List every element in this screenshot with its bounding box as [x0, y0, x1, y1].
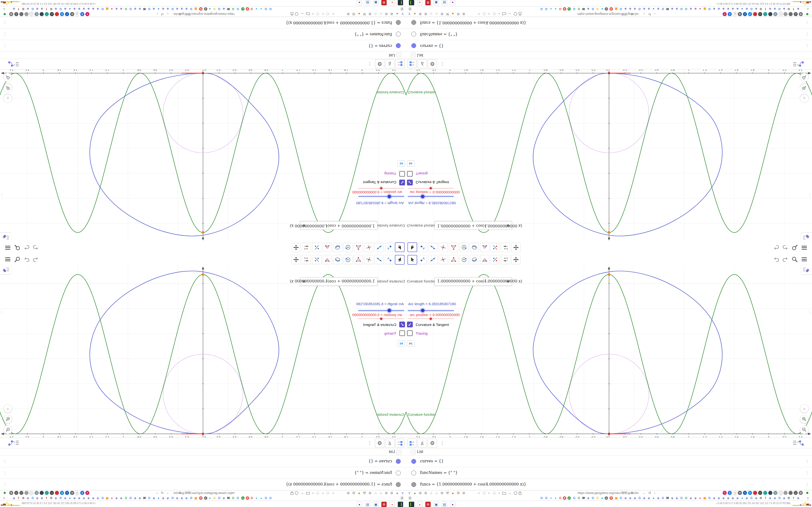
red-ext[interactable] [55, 491, 59, 495]
tab-favicon[interactable]: ● [110, 7, 114, 11]
tab-favicon[interactable]: ◈ [735, 7, 740, 11]
tab-favicon[interactable]: ▦ [105, 496, 109, 500]
tool-conic-button[interactable] [470, 255, 479, 264]
settings-button[interactable]: ⚙ [428, 439, 437, 448]
graphics-view[interactable]: -2.4-2.2-2-1.8-1.6-1.4-1.2-1-0.8-0.6-0.4… [0, 69, 406, 242]
tab-favicon[interactable]: G [217, 496, 221, 500]
tab-favicon[interactable]: ◈ [63, 496, 67, 500]
tab-favicon[interactable]: G [576, 7, 581, 11]
row-menu-icon[interactable]: ⋮ [805, 44, 809, 48]
lock-icon[interactable] [291, 12, 293, 16]
tab-favicon[interactable]: i [204, 7, 207, 11]
tab-favicon[interactable]: f [763, 7, 767, 11]
sync-ext[interactable]: ↻ [60, 12, 64, 16]
tab-favicon[interactable]: ● [698, 496, 702, 500]
tab-favicon[interactable]: ◈ [152, 7, 156, 11]
tab-favicon[interactable]: G [268, 7, 272, 11]
gear-ext[interactable]: ⚙ [738, 12, 742, 16]
slider-handle[interactable] [388, 309, 391, 312]
shield-icon[interactable] [514, 491, 517, 495]
tab-favicon[interactable]: f [791, 7, 796, 11]
arc-length-slider[interactable] [358, 309, 404, 312]
tab-favicon[interactable]: G [749, 7, 754, 11]
tab-favicon[interactable]: W [581, 496, 586, 500]
tab-favicon[interactable]: ◈ [180, 7, 184, 11]
tab-favicon[interactable]: G [212, 496, 216, 500]
wrench-icon[interactable]: ⚒ [445, 12, 450, 16]
visibility-marble[interactable] [396, 482, 401, 487]
tab-favicon[interactable]: f [45, 7, 49, 11]
tab-favicon[interactable]: ● [740, 7, 744, 11]
permission-dot-icon[interactable] [498, 492, 500, 494]
tab-favicon[interactable]: ● [259, 496, 263, 500]
row-menu-icon[interactable]: ⋮ [805, 32, 809, 37]
tab-favicon[interactable]: ◈ [623, 7, 627, 11]
row-menu-icon[interactable]: ⋮ [3, 459, 7, 463]
tab-favicon[interactable]: ◈ [133, 496, 137, 500]
tool-polygon-button[interactable] [354, 243, 363, 252]
redo-button[interactable] [782, 244, 789, 251]
gray-ext[interactable] [783, 12, 788, 16]
dark-ext[interactable] [768, 12, 772, 16]
curvature-checkbox[interactable]: ✓ [407, 322, 413, 327]
slider-handle[interactable] [430, 318, 432, 320]
tab-favicon[interactable]: ◈ [633, 496, 637, 500]
tab-favicon[interactable]: ◈ [782, 496, 786, 500]
list-group-header[interactable]: − List [0, 51, 406, 59]
star-icon[interactable]: ☆ [172, 12, 175, 16]
globe-icon[interactable]: ⊕ [384, 12, 389, 16]
monitor-app[interactable]: ▣ [373, 502, 378, 507]
tab-favicon[interactable]: ⚙ [21, 7, 26, 11]
tab-favicon[interactable]: G [58, 7, 63, 11]
tab-favicon[interactable]: G [268, 496, 272, 500]
permission-dot-icon[interactable] [493, 492, 496, 495]
undo-button[interactable] [33, 256, 39, 263]
folder-icon[interactable] [306, 12, 310, 16]
settings-button[interactable]: ⚙ [375, 439, 384, 448]
gear-app[interactable]: ⚙ [382, 0, 387, 5]
trash-ext[interactable]: ▭ [50, 491, 54, 495]
forward-icon[interactable]: → [166, 12, 170, 16]
red-ext[interactable] [55, 12, 59, 16]
algebra-panel-toggle[interactable] [6, 60, 20, 68]
panel-handle-icon[interactable]: ⋮ [0, 310, 4, 314]
permission-dot-icon[interactable] [478, 13, 480, 15]
tab-favicon[interactable]: ◈ [730, 7, 735, 11]
curvature-checkbox[interactable]: ✓ [407, 180, 413, 185]
tool-point-button[interactable]: A [418, 255, 427, 264]
visibility-marble[interactable] [411, 482, 416, 487]
tool-angle-button[interactable]: α [480, 255, 489, 264]
tab-favicon[interactable]: ● [208, 7, 212, 11]
olive-disc-icon[interactable]: ● [395, 12, 400, 16]
tab-favicon[interactable]: ◈ [656, 7, 660, 11]
zoom-level-badge[interactable]: 81% [184, 12, 191, 16]
tab-favicon[interactable]: ◈ [77, 7, 82, 11]
tool-move-button[interactable] [395, 255, 405, 265]
algebra-row-funcs[interactable]: funcs = {1.000000000000 + cos(4.00000000… [406, 478, 812, 490]
tab-favicon[interactable]: ◈ [26, 7, 30, 11]
tab-favicon[interactable]: ◈ [96, 7, 100, 11]
star-icon[interactable]: ☆ [172, 491, 175, 495]
tab-favicon[interactable]: G [684, 496, 688, 500]
reload-icon[interactable]: ↺ [648, 12, 651, 16]
tool-line-button[interactable] [428, 243, 438, 252]
url-text[interactable]: https://www.geogebra.org/classic/aagcxh3… [174, 12, 235, 16]
tab-favicon[interactable]: ✓ [241, 496, 245, 500]
pencil-ext[interactable]: ✎ [85, 12, 89, 16]
settings-button[interactable]: ⚙ [375, 59, 384, 68]
tool-conic-button[interactable] [333, 243, 342, 252]
sync-ext[interactable]: ↻ [748, 12, 752, 16]
tab-favicon[interactable]: ◈ [86, 496, 91, 500]
arc-position-slider[interactable] [408, 318, 454, 320]
globe-icon[interactable]: ⊕ [367, 12, 372, 16]
tracing-checkbox[interactable] [407, 171, 413, 177]
arc-length-slider[interactable] [408, 309, 454, 312]
panel-handle-icon[interactable]: ⋮ [808, 193, 812, 197]
headset-icon[interactable]: ∩ [373, 491, 378, 495]
globe-icon[interactable]: ⊕ [384, 491, 389, 495]
tab-favicon[interactable]: ◈ [40, 7, 44, 11]
tool-perpendicular-button[interactable] [364, 243, 373, 252]
tab-favicon[interactable]: ◈ [40, 496, 44, 500]
collapse-button[interactable]: − [411, 53, 415, 57]
tab-favicon[interactable]: i [605, 7, 608, 11]
